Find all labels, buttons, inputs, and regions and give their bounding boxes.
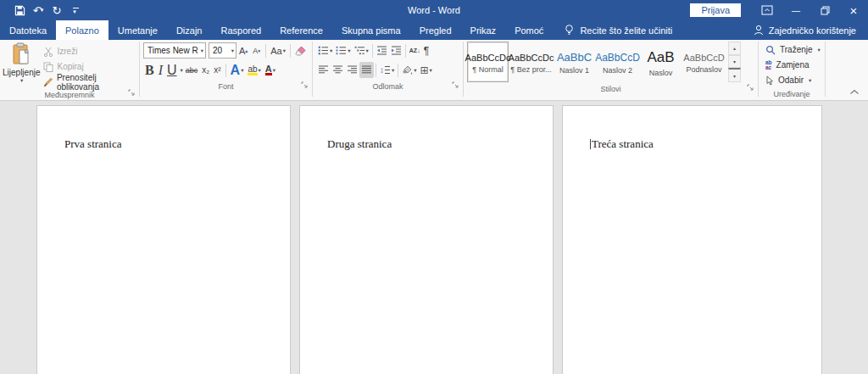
style-no-spacing[interactable]: AaBbCcDc ¶ Bez pror...: [510, 42, 552, 82]
copy-button: Kopiraj: [43, 59, 137, 74]
style-name: Naslov: [649, 69, 673, 77]
change-case-button[interactable]: Aa ▾: [269, 42, 287, 59]
strikethrough-button[interactable]: abc: [184, 62, 200, 78]
italic-button[interactable]: I: [157, 62, 164, 78]
style-sample: AaBbCcD: [683, 53, 724, 63]
ribbon-tab-row: Datoteka Polazno Umetanje Dizajn Raspore…: [0, 20, 868, 40]
multilevel-list-button[interactable]: ▾: [353, 42, 370, 59]
close-button[interactable]: ×: [839, 0, 868, 20]
highlight-dropdown-icon: ▾: [259, 67, 261, 74]
font-family-combo[interactable]: Times New Ro ▾: [143, 42, 206, 59]
tab-pregled[interactable]: Pregled: [410, 20, 461, 40]
font-size-value: 20: [213, 46, 222, 55]
font-color-icon: A: [265, 64, 272, 75]
find-label: Traženje: [780, 45, 813, 54]
align-center-button[interactable]: [331, 62, 345, 78]
tab-umetanje[interactable]: Umetanje: [108, 20, 167, 40]
styles-gallery-more-button[interactable]: ▾: [728, 68, 741, 82]
tab-prikaz[interactable]: Prikaz: [461, 20, 506, 40]
style-subtitle[interactable]: AaBbCcD Podnaslov: [683, 42, 725, 82]
styles-scroll-up-button[interactable]: ▴: [728, 42, 741, 55]
share-button[interactable]: Zajedničko korištenje: [754, 20, 868, 40]
undo-button[interactable]: ↶ ▾: [31, 2, 46, 19]
paste-button[interactable]: Lijepljenje ▾: [3, 42, 40, 89]
clear-formatting-button[interactable]: [293, 42, 308, 59]
tell-me-box[interactable]: Recite što želite učiniti: [565, 20, 672, 40]
minimize-button[interactable]: —: [782, 0, 810, 20]
borders-button[interactable]: ⊞ ▾: [419, 62, 434, 78]
font-dialog-launcher[interactable]: [301, 81, 309, 90]
grow-font-button[interactable]: A▲: [237, 42, 250, 59]
numbering-button[interactable]: ▾: [334, 42, 352, 59]
tab-polazno[interactable]: Polazno: [56, 20, 108, 40]
shading-button[interactable]: ▾: [400, 62, 418, 78]
select-button[interactable]: Odabir ▾: [765, 73, 825, 87]
underline-button[interactable]: U: [165, 62, 179, 78]
customize-qat-button[interactable]: ▾: [68, 2, 83, 19]
decrease-indent-button[interactable]: [375, 42, 389, 59]
tab-skupna-pisma[interactable]: Skupna pisma: [332, 20, 410, 40]
style-sample: AaBbC: [557, 51, 592, 64]
text-effects-dropdown-icon: ▾: [241, 67, 243, 74]
save-button[interactable]: [12, 2, 27, 19]
redo-button[interactable]: ↻: [49, 2, 64, 19]
tab-dizajn[interactable]: Dizajn: [167, 20, 212, 40]
sort-button[interactable]: AZ↓: [408, 42, 422, 59]
justify-button[interactable]: [359, 62, 374, 78]
styles-scroll-down-button[interactable]: ▾: [728, 55, 741, 69]
superscript-button[interactable]: x²: [212, 62, 222, 78]
paste-dropdown-icon[interactable]: ▾: [20, 77, 23, 84]
cursor-icon: [765, 75, 774, 86]
highlight-button[interactable]: ab ▾: [246, 62, 262, 78]
align-right-button[interactable]: [345, 62, 359, 78]
clipboard-dialog-launcher[interactable]: [128, 89, 136, 98]
sign-in-button[interactable]: Prijava: [690, 3, 741, 17]
tab-raspored[interactable]: Raspored: [211, 20, 270, 40]
ribbon-display-options-button[interactable]: [753, 0, 782, 20]
page-3[interactable]: Treća stranica: [562, 105, 822, 374]
line-spacing-button[interactable]: ↕ ▾: [378, 62, 396, 78]
page-1[interactable]: Prva stranica: [36, 105, 291, 374]
text-effects-button[interactable]: A ▾: [229, 62, 246, 78]
share-label: Zajedničko korištenje: [769, 25, 856, 36]
font-color-button[interactable]: A ▾: [264, 62, 277, 78]
styles-dialog-launcher[interactable]: [747, 84, 755, 92]
style-sample: AaB: [647, 49, 674, 66]
paragraph-dialog-launcher[interactable]: [452, 81, 460, 90]
find-dropdown-icon: ▾: [818, 47, 821, 53]
show-hide-marks-button[interactable]: ¶: [422, 42, 431, 59]
find-button[interactable]: Traženje ▾: [765, 42, 825, 57]
tab-reference[interactable]: Reference: [270, 20, 332, 40]
page-2[interactable]: Druga stranica: [299, 105, 554, 374]
search-icon: [765, 45, 776, 55]
style-heading-1[interactable]: AaBbC Naslov 1: [554, 42, 595, 82]
chevron-up-icon: [849, 89, 860, 95]
save-icon: [14, 5, 25, 16]
subscript-button[interactable]: x₂: [200, 62, 211, 78]
document-area[interactable]: Prva stranica Druga stranica Treća stran…: [0, 101, 868, 374]
collapse-ribbon-button[interactable]: [849, 89, 860, 95]
restore-icon: [821, 6, 830, 15]
shrink-font-button[interactable]: A▼: [251, 42, 263, 59]
group-editing: Traženje ▾ ab ac Zamjena Odabir ▾ Uređiv…: [759, 40, 825, 100]
bold-button[interactable]: B: [143, 62, 156, 78]
font-size-combo[interactable]: 20 ▾: [209, 42, 236, 59]
bullets-dropdown-icon: ▾: [330, 47, 332, 54]
format-painter-button[interactable]: Prenositelj oblikovanja: [43, 75, 137, 89]
style-title[interactable]: AaB Naslov: [640, 42, 682, 82]
pilcrow-icon: ¶: [424, 45, 429, 57]
bullets-button[interactable]: ▾: [316, 42, 334, 59]
underline-dropdown-icon[interactable]: ▾: [181, 67, 183, 74]
align-left-button[interactable]: [316, 62, 331, 78]
tab-datoteka[interactable]: Datoteka: [0, 20, 56, 40]
style-heading-2[interactable]: AaBbCcD Naslov 2: [597, 42, 638, 82]
numbering-dropdown-icon: ▾: [348, 47, 350, 54]
divider: [265, 44, 266, 58]
increase-indent-button[interactable]: [389, 42, 403, 59]
sort-icon: AZ↓: [409, 47, 420, 53]
replace-button[interactable]: ab ac Zamjena: [765, 58, 825, 72]
restore-button[interactable]: [810, 0, 839, 20]
tab-pomoc[interactable]: Pomoć: [505, 20, 553, 40]
undo-dropdown-icon[interactable]: ▾: [41, 7, 44, 14]
style-normal[interactable]: AaBbCcDc ¶ Normal: [467, 42, 509, 82]
